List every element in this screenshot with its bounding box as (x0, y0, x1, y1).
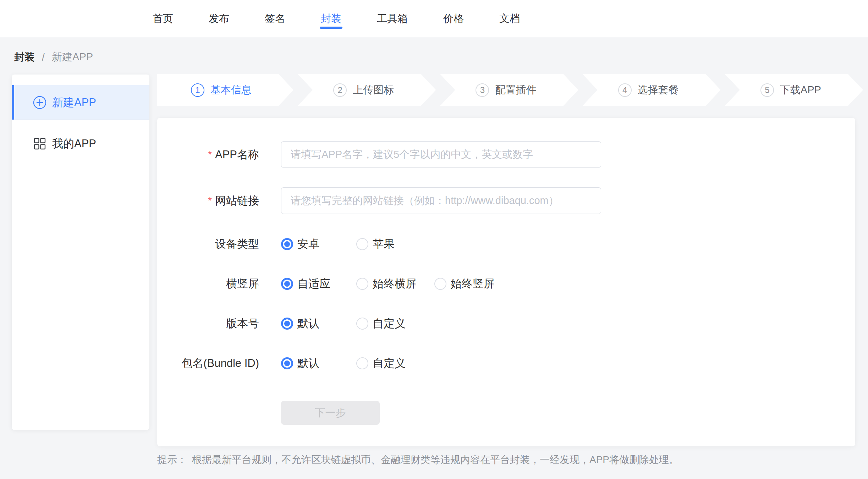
radio-label: 默认 (297, 356, 319, 371)
sidebar-item-new-app[interactable]: 新建APP (12, 85, 149, 120)
radio-label: 自定义 (373, 356, 406, 371)
radio-always-landscape[interactable]: 始终横屏 (356, 276, 417, 291)
field-label-text: 网站链接 (215, 193, 259, 208)
plus-circle-icon (33, 96, 46, 109)
field-control: 自适应 始终横屏 始终竖屏 (281, 276, 512, 291)
breadcrumb: 封装 / 新建APP (14, 51, 93, 64)
form-row-orientation: 横竖屏 自适应 始终横屏 始终竖屏 (157, 277, 855, 291)
active-underline (320, 27, 342, 29)
radio-label: 自适应 (297, 276, 330, 291)
tip-text: 根据最新平台规则，不允许区块链虚拟币、金融理财类等违规内容在平台封装，一经发现，… (192, 454, 679, 465)
radio-android[interactable]: 安卓 (281, 237, 339, 252)
nav-item-label: 发布 (209, 12, 229, 26)
platform-rules-tip: 提示：根据最新平台规则，不允许区块链虚拟币、金融理财类等违规内容在平台封装，一经… (157, 453, 679, 467)
radio-adaptive[interactable]: 自适应 (281, 276, 339, 291)
radio-label: 苹果 (373, 237, 395, 252)
field-control: 默认 自定义 (281, 356, 432, 371)
radio-selected-icon (281, 357, 293, 369)
form-row-version: 版本号 默认 自定义 (157, 316, 855, 331)
nav-item-publish[interactable]: 发布 (209, 0, 229, 37)
sidebar-item-my-apps[interactable]: 我的APP (12, 132, 149, 155)
field-control (281, 141, 601, 168)
radio-bundle-default[interactable]: 默认 (281, 356, 339, 371)
field-control (281, 187, 601, 214)
step-number-badge: 2 (333, 83, 347, 97)
field-label: * APP名称 (157, 147, 259, 162)
radio-selected-icon (281, 318, 293, 330)
radio-unselected-icon (356, 357, 368, 369)
step-configure-plugins: 3 配置插件 (440, 74, 578, 106)
step-label: 配置插件 (495, 83, 536, 97)
breadcrumb-separator: / (42, 51, 45, 63)
sidebar-item-label: 新建APP (52, 95, 96, 110)
breadcrumb-page: 新建APP (52, 50, 93, 64)
grid-icon (33, 137, 46, 150)
step-upload-icon: 2 上传图标 (298, 74, 436, 106)
nav-item-label: 工具箱 (377, 12, 408, 26)
field-label: 版本号 (157, 316, 259, 331)
radio-unselected-icon (434, 278, 446, 290)
field-label-text: 设备类型 (215, 237, 259, 252)
field-label: * 网站链接 (157, 193, 259, 208)
radio-unselected-icon (356, 318, 368, 330)
field-label-text: APP名称 (215, 147, 259, 162)
nav-item-home[interactable]: 首页 (153, 0, 173, 37)
field-label: 包名(Bundle ID) (157, 356, 259, 371)
tip-prefix: 提示： (157, 454, 187, 465)
top-navbar: 首页 发布 签名 封装 工具箱 价格 文档 (0, 0, 868, 37)
nav-item-signature[interactable]: 签名 (265, 0, 285, 37)
form-row-bundle-id: 包名(Bundle ID) 默认 自定义 (157, 356, 855, 370)
radio-always-portrait[interactable]: 始终竖屏 (434, 276, 495, 291)
radio-label: 默认 (297, 316, 319, 331)
step-download-app: 5 下载APP (725, 74, 863, 106)
site-url-input[interactable] (281, 187, 601, 214)
step-number-badge: 4 (618, 83, 632, 97)
main-nav: 首页 发布 签名 封装 工具箱 价格 文档 (153, 0, 520, 37)
form-row-site-url: * 网站链接 (157, 187, 855, 214)
step-label: 选择套餐 (638, 83, 679, 97)
radio-label: 始终横屏 (373, 276, 417, 291)
step-select-plan: 4 选择套餐 (583, 74, 721, 106)
field-label-text: 横竖屏 (226, 276, 259, 291)
radio-selected-icon (281, 278, 293, 290)
radio-label: 安卓 (297, 237, 319, 252)
sidebar-item-label: 我的APP (52, 136, 96, 151)
required-mark: * (208, 195, 212, 207)
next-step-button[interactable]: 下一步 (281, 401, 380, 425)
step-number-badge: 3 (476, 83, 489, 97)
form-row-device-type: 设备类型 安卓 苹果 (157, 237, 855, 251)
nav-item-label: 首页 (153, 12, 173, 26)
step-label: 基本信息 (210, 83, 252, 97)
nav-item-pricing[interactable]: 价格 (443, 0, 464, 37)
nav-item-package[interactable]: 封装 (321, 0, 341, 37)
radio-version-default[interactable]: 默认 (281, 316, 339, 331)
nav-item-label: 签名 (265, 12, 285, 26)
radio-label: 始终竖屏 (451, 276, 495, 291)
nav-item-label: 封装 (321, 12, 341, 26)
radio-unselected-icon (356, 278, 368, 290)
nav-item-label: 文档 (499, 12, 520, 26)
app-name-input[interactable] (281, 141, 601, 168)
form-row-app-name: * APP名称 (157, 141, 855, 168)
step-label: 下载APP (780, 83, 821, 97)
field-label-text: 包名(Bundle ID) (181, 356, 259, 371)
field-label: 横竖屏 (157, 276, 259, 291)
breadcrumb-section[interactable]: 封装 (14, 50, 35, 64)
required-mark: * (208, 149, 212, 160)
field-control: 安卓 苹果 (281, 237, 432, 252)
sidebar: 新建APP 我的APP (12, 75, 149, 430)
radio-bundle-custom[interactable]: 自定义 (356, 356, 414, 371)
field-control: 默认 自定义 (281, 316, 432, 331)
radio-version-custom[interactable]: 自定义 (356, 316, 414, 331)
radio-unselected-icon (356, 238, 368, 250)
radio-label: 自定义 (373, 316, 406, 331)
nav-item-label: 价格 (443, 12, 464, 26)
step-number-badge: 1 (191, 83, 204, 97)
radio-ios[interactable]: 苹果 (356, 237, 414, 252)
radio-selected-icon (281, 238, 293, 250)
step-basic-info: 1 基本信息 (157, 74, 293, 106)
step-wizard: 1 基本信息 2 上传图标 3 配置插件 4 选择套餐 5 下载APP (157, 74, 863, 106)
nav-item-docs[interactable]: 文档 (499, 0, 520, 37)
nav-item-toolbox[interactable]: 工具箱 (377, 0, 408, 37)
step-label: 上传图标 (353, 83, 394, 97)
